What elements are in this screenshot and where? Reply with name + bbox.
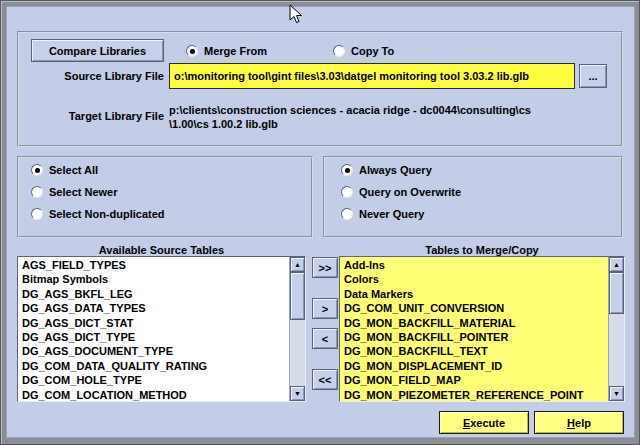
merge-tables-listbox: Add-Ins Colors Data Markers DG_COM_UNIT_… — [339, 256, 625, 402]
list-item[interactable]: DG_AGS_BKFL_LEG — [19, 287, 288, 301]
radio-label: Never Query — [359, 208, 424, 220]
merge-from-radio[interactable]: Merge From — [186, 44, 267, 58]
merge-tables-list: Add-Ins Colors Data Markers DG_COM_UNIT_… — [341, 258, 607, 401]
move-all-left-button[interactable]: << — [312, 369, 338, 390]
list-item[interactable]: AGS_FIELD_TYPES — [19, 258, 288, 272]
scroll-down-icon: ▼ — [613, 390, 620, 397]
list-item[interactable]: DG_MON_PIEZOMETER_REFERENCE_POINT — [341, 388, 607, 401]
radio-label: Select All — [49, 164, 98, 176]
scroll-down-button[interactable]: ▼ — [290, 386, 305, 401]
copy-to-radio[interactable]: Copy To — [333, 44, 394, 58]
scroll-up-icon: ▲ — [613, 261, 620, 268]
source-tables-listbox: AGS_FIELD_TYPES Bitmap Symbols DG_AGS_BK… — [17, 256, 306, 402]
list-item[interactable]: Bitmap Symbols — [19, 272, 288, 286]
source-library-file-label: Source Library File — [56, 70, 164, 82]
list-item[interactable]: DG_MON_BACKFILL_POINTER — [341, 330, 607, 344]
execute-button[interactable]: Execute — [439, 411, 529, 434]
list-item[interactable]: DG_AGS_DOCUMENT_TYPE — [19, 344, 288, 358]
help-button[interactable]: Help — [534, 411, 624, 434]
never-query-radio[interactable]: Never Query — [341, 207, 424, 221]
select-newer-radio[interactable]: Select Newer — [31, 185, 117, 199]
radio-icon — [341, 186, 353, 198]
radio-icon — [186, 45, 198, 57]
scroll-thumb[interactable] — [609, 272, 624, 314]
target-library-file-label: Target Library File — [56, 110, 164, 122]
radio-label: Always Query — [359, 164, 432, 176]
radio-label: Merge From — [204, 45, 267, 57]
list-item[interactable]: DG_MON_FIELD_MAP — [341, 373, 607, 387]
radio-label: Copy To — [351, 45, 394, 57]
mouse-cursor-icon — [289, 4, 305, 26]
radio-icon — [31, 164, 43, 176]
move-right-button[interactable]: > — [312, 298, 338, 319]
target-library-file-value-line1: p:\clients\construction sciences - acaci… — [169, 104, 531, 116]
list-item[interactable]: DG_MON_BACKFILL_TEXT — [341, 344, 607, 358]
query-on-overwrite-radio[interactable]: Query on Overwrite — [341, 185, 461, 199]
list-item[interactable]: DG_COM_DATA_QUALITY_RATING — [19, 359, 288, 373]
list-item[interactable]: DG_AGS_DATA_TYPES — [19, 301, 288, 315]
list-item[interactable]: DG_AGS_DICT_STAT — [19, 316, 288, 330]
select-non-duplicated-radio[interactable]: Select Non-duplicated — [31, 207, 165, 221]
radio-icon — [31, 186, 43, 198]
library-merge-dialog-window: Compare Libraries Merge From Copy To Sou… — [0, 0, 640, 445]
radio-icon — [333, 45, 345, 57]
scroll-up-icon: ▲ — [294, 261, 301, 268]
radio-label: Select Newer — [49, 186, 117, 198]
scroll-up-button[interactable]: ▲ — [290, 257, 305, 272]
available-source-tables-label: Available Source Tables — [17, 244, 306, 256]
scroll-up-button[interactable]: ▲ — [609, 257, 624, 272]
source-list-scrollbar[interactable]: ▲ ▼ — [289, 257, 305, 401]
list-item[interactable]: Add-Ins — [341, 258, 607, 272]
radio-icon — [341, 164, 353, 176]
move-all-right-button[interactable]: >> — [312, 257, 338, 278]
list-item[interactable]: DG_COM_UNIT_CONVERSION — [341, 301, 607, 315]
tables-to-merge-copy-label: Tables to Merge/Copy — [339, 244, 625, 256]
list-item[interactable]: Colors — [341, 272, 607, 286]
radio-label: Query on Overwrite — [359, 186, 461, 198]
scroll-down-button[interactable]: ▼ — [609, 386, 624, 401]
move-left-button[interactable]: < — [312, 328, 338, 349]
source-tables-list: AGS_FIELD_TYPES Bitmap Symbols DG_AGS_BK… — [19, 258, 288, 401]
always-query-radio[interactable]: Always Query — [341, 163, 432, 177]
radio-label: Select Non-duplicated — [49, 208, 165, 220]
list-item[interactable]: DG_MON_DISPLACEMENT_ID — [341, 359, 607, 373]
list-item[interactable]: DG_AGS_DICT_TYPE — [19, 330, 288, 344]
scroll-thumb[interactable] — [290, 272, 305, 320]
list-item[interactable]: Data Markers — [341, 287, 607, 301]
list-item[interactable]: DG_COM_LOCATION_METHOD — [19, 388, 288, 401]
source-library-file-input[interactable] — [169, 63, 575, 89]
radio-icon — [31, 208, 43, 220]
merge-list-scrollbar[interactable]: ▲ ▼ — [608, 257, 624, 401]
target-library-file-value-line2: \1.00\cs 1.00.2 lib.glb — [169, 118, 278, 130]
list-item[interactable]: DG_COM_HOLE_TYPE — [19, 373, 288, 387]
select-all-radio[interactable]: Select All — [31, 163, 98, 177]
compare-libraries-button[interactable]: Compare Libraries — [31, 39, 164, 62]
list-item[interactable]: DG_MON_BACKFILL_MATERIAL — [341, 316, 607, 330]
radio-icon — [341, 208, 353, 220]
browse-button[interactable]: ... — [579, 64, 607, 88]
scroll-down-icon: ▼ — [294, 390, 301, 397]
